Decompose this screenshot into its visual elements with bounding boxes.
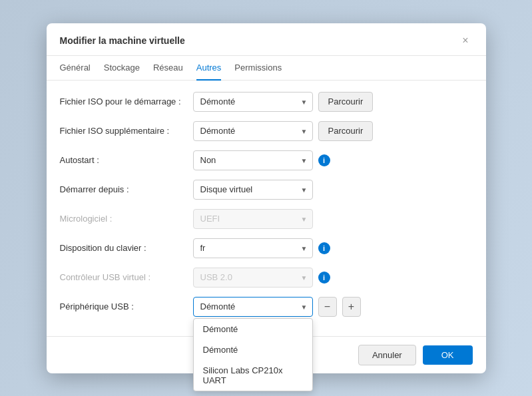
row-keyboard: Disposition du clavier : fr ▼ i <box>60 238 473 259</box>
row-iso-boot: Fichier ISO pour le démarrage : Démonté … <box>60 91 473 112</box>
label-usb-controller: Contrôleur USB virtuel : <box>60 272 193 282</box>
cancel-button[interactable]: Annuler <box>358 345 416 365</box>
dropdown-item-0[interactable]: Démonté <box>194 319 312 339</box>
select-boot-from[interactable]: Disque virtuel <box>193 180 313 200</box>
usb-device-dropdown: Démonté Démonté Silicon Labs CP210x UART <box>193 318 313 391</box>
dropdown-item-2[interactable]: Silicon Labs CP210x UART <box>194 360 312 391</box>
tab-bar: Général Stockage Réseau Autres Permissio… <box>47 56 486 81</box>
controls-usb-device: Démonté ▼ Démonté Démonté Silicon Labs C… <box>193 297 473 317</box>
select-iso-extra[interactable]: Démonté <box>193 121 313 141</box>
select-wrapper-usb-device: Démonté ▼ Démonté Démonté Silicon Labs C… <box>193 297 313 317</box>
select-wrapper-firmware: UEFI ▼ <box>193 209 313 229</box>
tab-stockage[interactable]: Stockage <box>104 56 140 81</box>
select-keyboard[interactable]: fr <box>193 238 313 258</box>
select-usb-controller: USB 2.0 <box>193 268 313 288</box>
tab-reseau[interactable]: Réseau <box>153 56 183 81</box>
browse-button-iso-extra[interactable]: Parcourir <box>318 121 374 141</box>
label-boot-from: Démarrer depuis : <box>60 184 193 194</box>
row-usb-device: Périphérique USB : Démonté ▼ Démonté Dém… <box>60 296 473 317</box>
dialog-title: Modifier la machine virtuelle <box>60 35 185 46</box>
select-iso-boot[interactable]: Démonté <box>193 92 313 112</box>
select-wrapper-boot-from: Disque virtuel ▼ <box>193 180 313 200</box>
label-firmware: Micrologiciel : <box>60 214 193 224</box>
controls-autostart: Non ▼ i <box>193 150 473 170</box>
info-icon-usb-controller: i <box>318 272 330 284</box>
row-iso-extra: Fichier ISO supplémentaire : Démonté ▼ P… <box>60 120 473 142</box>
modal-dialog: Modifier la machine virtuelle × Général … <box>47 23 486 373</box>
plus-button[interactable]: + <box>342 297 361 317</box>
tab-autres[interactable]: Autres <box>196 56 222 81</box>
select-wrapper-iso-extra: Démonté ▼ <box>193 121 313 141</box>
select-wrapper-keyboard: fr ▼ <box>193 238 313 258</box>
controls-usb-controller: USB 2.0 ▼ i <box>193 268 473 288</box>
ok-button[interactable]: OK <box>423 345 473 365</box>
select-wrapper-usb-controller: USB 2.0 ▼ <box>193 268 313 288</box>
controls-iso-extra: Démonté ▼ Parcourir <box>193 121 473 141</box>
tab-general[interactable]: Général <box>60 56 91 81</box>
minus-button[interactable]: − <box>318 297 337 317</box>
dropdown-item-1[interactable]: Démonté <box>194 339 312 360</box>
controls-iso-boot: Démonté ▼ Parcourir <box>193 92 473 112</box>
controls-firmware: UEFI ▼ <box>193 209 473 229</box>
browse-button-iso-boot[interactable]: Parcourir <box>318 92 374 112</box>
controls-boot-from: Disque virtuel ▼ <box>193 180 473 200</box>
label-keyboard: Disposition du clavier : <box>60 243 193 253</box>
controls-keyboard: fr ▼ i <box>193 238 473 258</box>
label-iso-boot: Fichier ISO pour le démarrage : <box>60 97 193 106</box>
row-autostart: Autostart : Non ▼ i <box>60 150 473 171</box>
select-usb-device[interactable]: Démonté <box>193 297 313 317</box>
label-iso-extra: Fichier ISO supplémentaire : <box>60 126 193 136</box>
tab-permissions[interactable]: Permissions <box>234 56 282 81</box>
info-icon-keyboard: i <box>318 242 330 254</box>
label-autostart: Autostart : <box>60 155 193 165</box>
form-body: Fichier ISO pour le démarrage : Démonté … <box>47 81 486 336</box>
label-usb-device: Périphérique USB : <box>60 301 193 311</box>
select-wrapper-iso-boot: Démonté ▼ <box>193 92 313 112</box>
row-usb-controller: Contrôleur USB virtuel : USB 2.0 ▼ i <box>60 267 473 288</box>
select-wrapper-autostart: Non ▼ <box>193 150 313 170</box>
dialog-header: Modifier la machine virtuelle × <box>47 23 486 56</box>
row-firmware: Micrologiciel : UEFI ▼ <box>60 208 473 230</box>
row-boot-from: Démarrer depuis : Disque virtuel ▼ <box>60 179 473 200</box>
close-button[interactable]: × <box>458 34 472 47</box>
select-firmware: UEFI <box>193 209 313 229</box>
select-autostart[interactable]: Non <box>193 150 313 170</box>
info-icon-autostart: i <box>318 154 330 166</box>
